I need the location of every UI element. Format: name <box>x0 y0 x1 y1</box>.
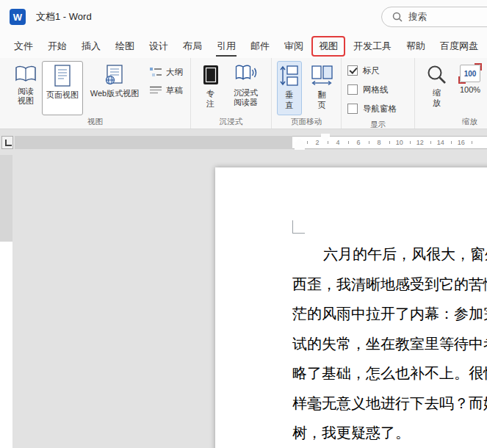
search-placeholder: 搜索 <box>408 11 427 24</box>
print-layout-label: 页面视图 <box>46 90 79 101</box>
document-text[interactable]: 六月的午后，风很大，窗外的西歪，我清晰地感受到它的苦恼茫的风雨中拉开了内幕：参加… <box>292 239 487 448</box>
ribbon-tab-strip: 文件开始插入绘图设计布局引用邮件审阅视图开发工具帮助百度网盘 <box>0 34 487 58</box>
tab-layout[interactable]: 布局 <box>176 35 209 57</box>
ruler-tick <box>472 141 472 144</box>
document-line: 西歪，我清晰地感受到它的苦恼 <box>292 270 487 300</box>
tab-design[interactable]: 设计 <box>142 35 176 57</box>
read-mode-label: 阅读视图 <box>16 87 35 106</box>
document-page[interactable]: 六月的午后，风很大，窗外的西歪，我清晰地感受到它的苦恼茫的风雨中拉开了内幕：参加… <box>215 167 487 448</box>
web-layout-icon <box>105 65 124 85</box>
ruler-tick <box>307 141 308 144</box>
ruler-checkbox[interactable] <box>347 65 358 76</box>
side-to-side-icon <box>311 65 333 87</box>
document-line: 样毫无意义地进行下去吗？而她 <box>292 389 487 419</box>
tab-developer[interactable]: 开发工具 <box>346 35 399 57</box>
tab-file[interactable]: 文件 <box>7 35 40 57</box>
word-logo-icon[interactable]: W <box>10 9 26 25</box>
immersive-group-body: 专注 沉浸式阅读器 <box>191 58 271 115</box>
horizontal-ruler[interactable]: 246810121416 <box>0 129 487 155</box>
gridlines-checkbox-row[interactable]: 网格线 <box>347 80 413 99</box>
document-line: 略了基础，怎么也补不上。很快 <box>292 358 487 389</box>
ruler-number: 6 <box>356 139 360 146</box>
document-area[interactable]: 六月的午后，风很大，窗外的西歪，我清晰地感受到它的苦恼茫的风雨中拉开了内幕：参加… <box>0 155 487 448</box>
show-group-items: 标尺网格线导航窗格 <box>342 58 414 118</box>
search-icon <box>392 12 403 22</box>
focus-label: 专注 <box>206 88 215 109</box>
print-layout-icon <box>54 65 71 87</box>
tab-home[interactable]: 开始 <box>40 35 74 57</box>
navigation-pane-checkbox[interactable] <box>347 104 358 114</box>
ruler-tick <box>348 141 349 144</box>
ruler-number: 4 <box>336 139 339 146</box>
ruler-number: 12 <box>416 139 424 146</box>
zoom-button[interactable]: 缩放 <box>424 61 450 115</box>
web-layout-button[interactable]: Web版式视图 <box>85 61 144 115</box>
zoom-100-label: 100% <box>460 85 480 94</box>
outline-icon <box>150 68 162 77</box>
ribbon-group-show: 标尺网格线导航窗格 显示 <box>342 58 415 129</box>
ruler-tick <box>389 141 390 144</box>
ruler-checkbox-row[interactable]: 标尺 <box>347 61 413 80</box>
outline-button[interactable]: 大纲 <box>146 65 187 79</box>
word-logo-letter: W <box>13 12 22 23</box>
navigation-pane-checkbox-row[interactable]: 导航窗格 <box>347 99 413 118</box>
immersive-reader-button[interactable]: 沉浸式阅读器 <box>229 61 263 115</box>
side-to-side-button[interactable]: 翻页 <box>308 61 336 115</box>
page-movement-group-body: 垂直 翻页 <box>272 58 341 115</box>
ribbon-group-zoom: 缩放 100 100% 缩放 <box>415 58 487 129</box>
tab-baidu-netdisk[interactable]: 百度网盘 <box>433 35 486 57</box>
ribbon: 阅读视图 页面视图 <box>0 58 487 129</box>
tab-draw[interactable]: 绘图 <box>108 35 142 57</box>
vertical-label: 垂直 <box>285 90 295 110</box>
draft-icon <box>150 86 162 95</box>
ruler-number: 14 <box>437 139 444 146</box>
zoom-label: 缩放 <box>432 87 441 108</box>
page-movement-group-label: 页面移动 <box>272 115 341 129</box>
ribbon-group-page-movement: 垂直 翻页 页面移动 <box>272 58 342 129</box>
vertical-ruler[interactable] <box>0 155 12 448</box>
ruler-number: 2 <box>315 139 319 146</box>
ruler-tick <box>328 141 328 144</box>
outline-label: 大纲 <box>166 67 183 78</box>
web-layout-label: Web版式视图 <box>90 88 139 99</box>
tab-review[interactable]: 审阅 <box>277 35 311 57</box>
zoom-group-body: 缩放 100 100% <box>415 58 487 115</box>
ruler-checkbox-label: 标尺 <box>363 65 380 76</box>
read-mode-button[interactable]: 阅读视图 <box>12 61 40 115</box>
gridlines-checkbox[interactable] <box>347 84 358 95</box>
ruler-tick <box>451 141 452 144</box>
tab-view[interactable]: 视图 <box>311 36 345 57</box>
draft-label: 草稿 <box>166 85 183 96</box>
ruler-number: 16 <box>458 139 465 146</box>
zoom-100-icon: 100 <box>460 65 480 82</box>
immersive-reader-label: 沉浸式阅读器 <box>232 88 260 107</box>
search-box[interactable]: 搜索 <box>381 7 487 27</box>
views-group-label: 视图 <box>0 115 190 129</box>
zoom-magnifier-icon <box>427 65 447 84</box>
document-line: 试的失常，坐在教室里等待中考 <box>292 329 487 359</box>
tab-mailings[interactable]: 邮件 <box>243 35 277 57</box>
gridlines-checkbox-label: 网格线 <box>363 84 389 95</box>
ruler-number: 10 <box>396 139 403 146</box>
print-layout-button[interactable]: 页面视图 <box>42 61 83 115</box>
views-group-body: 阅读视图 页面视图 <box>0 58 190 115</box>
vertical-button[interactable]: 垂直 <box>277 61 302 115</box>
focus-button[interactable]: 专注 <box>200 61 222 115</box>
tab-stop-selector[interactable] <box>1 136 13 149</box>
zoom-100-icon-text: 100 <box>464 70 477 78</box>
tab-references[interactable]: 引用 <box>209 35 243 57</box>
tab-insert[interactable]: 插入 <box>74 35 108 57</box>
margin-crop-mark-icon <box>292 220 305 234</box>
document-line: 六月的午后，风很大，窗外的 <box>292 239 487 270</box>
zoom-100-button[interactable]: 100 100% <box>457 61 483 115</box>
vertical-ruler-text-area <box>0 242 12 448</box>
title-bar: W 文档1 - Word 搜索 <box>0 0 487 34</box>
ruler-tick <box>410 141 411 144</box>
draft-button[interactable]: 草稿 <box>146 84 187 98</box>
outline-draft-column: 大纲 草稿 <box>146 61 187 98</box>
navigation-pane-checkbox-label: 导航窗格 <box>363 104 397 115</box>
ribbon-group-views: 阅读视图 页面视图 <box>0 58 191 129</box>
document-line: 茫的风雨中拉开了内幕：参加完 <box>292 299 487 329</box>
immersive-group-label: 沉浸式 <box>191 115 271 129</box>
tab-help[interactable]: 帮助 <box>399 35 433 57</box>
